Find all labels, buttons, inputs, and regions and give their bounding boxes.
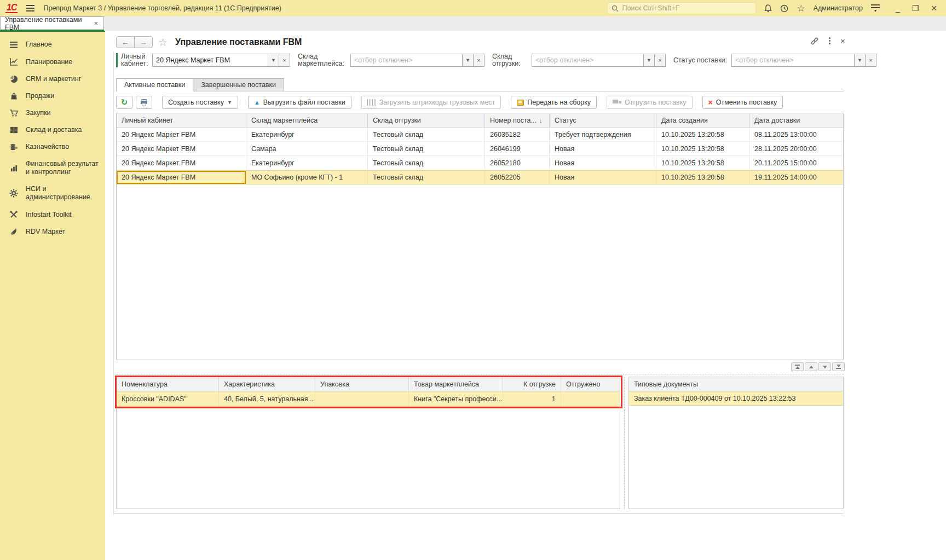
- col-status[interactable]: Статус: [550, 113, 656, 127]
- planning-chart-icon: [9, 57, 19, 66]
- print-button[interactable]: [136, 96, 152, 109]
- mp-warehouse-clear-icon[interactable]: ×: [474, 54, 484, 67]
- sidebar-item-infostart[interactable]: Infostart Toolkit: [0, 206, 105, 223]
- col-delivery[interactable]: Дата доставки: [749, 113, 843, 127]
- sidebar-item-main[interactable]: Главное: [0, 36, 105, 53]
- user-settings-icon[interactable]: ▾: [871, 4, 880, 12]
- assembly-icon: [517, 100, 524, 106]
- col-package[interactable]: Упаковка: [315, 377, 409, 391]
- back-button[interactable]: ←: [116, 36, 135, 48]
- col-shipped[interactable]: Отгружено: [561, 377, 620, 391]
- global-search[interactable]: [607, 2, 756, 14]
- window-title: Препрод Маркет 3 / Управление торговлей,…: [43, 4, 281, 12]
- col-ship-warehouse[interactable]: Склад отгрузки: [368, 113, 485, 127]
- sidebar-item-warehouse[interactable]: Склад и доставка: [0, 122, 105, 138]
- go-top-button[interactable]: [791, 362, 804, 371]
- col-to-ship[interactable]: К отгрузке: [503, 377, 561, 391]
- col-number[interactable]: Номер поста...↓: [485, 113, 550, 127]
- truck-icon: [613, 100, 621, 105]
- 1c-logo-icon: 1С: [5, 3, 18, 13]
- send-to-assembly-button[interactable]: Передать на сборку: [511, 96, 597, 109]
- sidebar-item-planning[interactable]: Планирование: [0, 53, 105, 71]
- go-down-button[interactable]: [818, 362, 831, 371]
- status-filter-input[interactable]: [731, 54, 855, 67]
- rocket-icon: [9, 228, 19, 236]
- maximize-icon[interactable]: ❒: [912, 4, 919, 12]
- ship-warehouse-clear-icon[interactable]: ×: [655, 54, 666, 67]
- minimize-icon[interactable]: _: [896, 4, 900, 12]
- table-row-selected[interactable]: 20 Яндекс Маркет FBMМО Софьино (кроме КГ…: [117, 170, 843, 184]
- sidebar-item-rdv[interactable]: RDV Маркет: [0, 223, 105, 240]
- grid-boxes-icon: [9, 126, 19, 134]
- supplies-header-row: Личный кабинет Склад маркетплейса Склад …: [117, 113, 843, 128]
- ship-warehouse-filter-input[interactable]: [532, 54, 644, 67]
- create-supply-button[interactable]: Создать поставку▼: [162, 96, 238, 109]
- go-up-button[interactable]: [805, 362, 817, 371]
- get-link-icon[interactable]: [810, 37, 819, 45]
- page-tabs: Активные поставкиЗавершенные поставки: [116, 78, 844, 91]
- load-barcodes-button[interactable]: Загрузить штрихкоды грузовых мест: [361, 96, 501, 109]
- main-menu-icon[interactable]: [26, 5, 34, 11]
- cancel-supply-button[interactable]: ×Отменить поставку: [702, 96, 783, 109]
- col-mp-product[interactable]: Товар маркетплейса: [409, 377, 503, 391]
- col-characteristic[interactable]: Характеристика: [219, 377, 315, 391]
- col-cabinet[interactable]: Личный кабинет: [117, 113, 246, 127]
- status-dropdown-icon[interactable]: ▼: [855, 54, 866, 67]
- col-created[interactable]: Дата создания: [656, 113, 749, 127]
- sidebar-item-purchases[interactable]: Закупки: [0, 105, 105, 122]
- pie-chart-icon: [9, 75, 19, 83]
- window-tab-fbm[interactable]: Управление поставками FBM ×: [0, 16, 104, 31]
- sidebar-item-sales[interactable]: Продажи: [0, 88, 105, 105]
- tab-finished-supplies[interactable]: Завершенные поставки: [193, 78, 284, 91]
- sidebar-item-finance[interactable]: Финансовый результат и контроллинг: [0, 155, 103, 181]
- col-mp-warehouse[interactable]: Склад маркетплейса: [246, 113, 368, 127]
- sidebar-item-treasury[interactable]: Казначейство: [0, 138, 105, 155]
- cabinet-clear-icon[interactable]: ×: [279, 54, 290, 67]
- table-row[interactable]: 20 Яндекс Маркет FBMЕкатеринбургТестовый…: [117, 128, 843, 142]
- forward-button[interactable]: →: [134, 36, 153, 48]
- bar-chart-icon: [9, 164, 19, 172]
- ship-warehouse-dropdown-icon[interactable]: ▼: [644, 54, 655, 67]
- sidebar: Главное Планирование CRM и маркетинг Про…: [0, 31, 105, 560]
- close-icon[interactable]: ✕: [931, 4, 937, 12]
- table-row[interactable]: 20 Яндекс Маркет FBMСамараТестовый склад…: [117, 142, 843, 156]
- tab-close-icon[interactable]: ×: [93, 19, 99, 27]
- barcode-icon: [367, 99, 376, 106]
- current-user[interactable]: Администратор: [814, 4, 863, 12]
- go-bottom-button[interactable]: [832, 362, 845, 371]
- favorite-star-icon[interactable]: ☆: [158, 36, 168, 49]
- col-nomenclature[interactable]: Номенклатура: [117, 377, 219, 391]
- items-row-selected[interactable]: Кроссовки "ADIDAS" 40, Белый, 5, натурал…: [117, 391, 620, 407]
- mp-warehouse-dropdown-icon[interactable]: ▼: [463, 54, 474, 67]
- more-menu-icon[interactable]: [829, 37, 830, 44]
- items-table: Номенклатура Характеристика Упаковка Тов…: [116, 377, 620, 509]
- refresh-icon: ↻: [121, 99, 128, 106]
- coins-icon: [9, 143, 19, 151]
- cabinet-dropdown-icon[interactable]: ▼: [268, 54, 279, 67]
- filter-bar: Личный кабинет: ▼ × Склад маркетплейса: …: [116, 53, 876, 68]
- page-title: Управление поставками FBM: [175, 37, 302, 47]
- table-row[interactable]: 20 Яндекс Маркет FBMЕкатеринбургТестовый…: [117, 156, 843, 170]
- document-row-selected[interactable]: Заказ клиента ТД00-000409 от 10.10.2025 …: [629, 391, 843, 406]
- notifications-bell-icon[interactable]: [764, 4, 772, 13]
- mp-warehouse-filter-input[interactable]: [350, 54, 463, 67]
- search-input[interactable]: [622, 4, 752, 12]
- export-supply-file-button[interactable]: ▲Выгрузить файл поставки: [248, 96, 351, 109]
- favorites-star-icon[interactable]: ☆: [797, 3, 805, 14]
- history-clock-icon[interactable]: [780, 4, 788, 13]
- refresh-button[interactable]: ↻: [116, 96, 132, 109]
- sidebar-item-nsi[interactable]: НСИ и администрирование: [0, 181, 96, 206]
- menu-lines-icon: [9, 41, 19, 49]
- supplies-table: Личный кабинет Склад маркетплейса Склад …: [116, 113, 844, 360]
- tab-active-supplies[interactable]: Активные поставки: [116, 78, 193, 91]
- vertical-splitter[interactable]: [624, 377, 625, 509]
- form-close-icon[interactable]: ×: [840, 36, 845, 45]
- sidebar-item-crm[interactable]: CRM и маркетинг: [0, 71, 105, 88]
- form-left-border: [113, 51, 114, 513]
- horizontal-splitter[interactable]: [116, 374, 844, 374]
- ship-supply-button[interactable]: Отгрузить поставку: [607, 96, 693, 109]
- filter-label-ship-warehouse: Склад отгрузки:: [492, 53, 527, 67]
- status-clear-icon[interactable]: ×: [866, 54, 876, 67]
- cabinet-filter-input[interactable]: [152, 54, 268, 67]
- tools-icon: [9, 210, 19, 219]
